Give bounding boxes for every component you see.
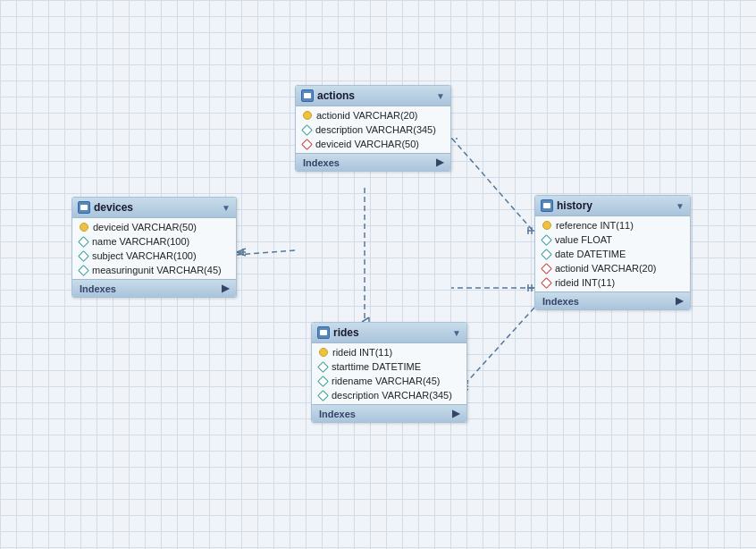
devices-fields: deviceid VARCHAR(50) name VARCHAR(100) s… bbox=[72, 218, 236, 279]
field-row: starttime DATETIME bbox=[312, 359, 466, 374]
diamond-teal-icon bbox=[541, 234, 552, 246]
svg-line-8 bbox=[237, 252, 246, 256]
history-fields: reference INT(11) value FLOAT date DATET… bbox=[535, 216, 690, 291]
devices-footer[interactable]: Indexes ▶ bbox=[72, 279, 236, 297]
rides-table: rides ▼ rideid INT(11) starttime DATETIM… bbox=[311, 322, 467, 423]
history-table: history ▼ reference INT(11) value FLOAT … bbox=[534, 195, 691, 310]
field-row: deviceid VARCHAR(50) bbox=[72, 220, 236, 234]
field-row: date DATETIME bbox=[535, 247, 690, 261]
devices-table: devices ▼ deviceid VARCHAR(50) name VARC… bbox=[71, 197, 237, 298]
history-title: history bbox=[557, 199, 592, 212]
field-row: actionid VARCHAR(20) bbox=[535, 261, 690, 275]
field-row: description VARCHAR(345) bbox=[312, 388, 466, 402]
actions-header[interactable]: actions ▼ bbox=[296, 86, 450, 106]
actions-footer[interactable]: Indexes ▶ bbox=[296, 153, 450, 171]
field-text: rideid INT(11) bbox=[555, 277, 615, 288]
diamond-teal-icon bbox=[301, 124, 313, 136]
actions-table-icon bbox=[301, 89, 314, 102]
field-row: rideid INT(11) bbox=[312, 345, 466, 359]
indexes-chevron: ▶ bbox=[436, 156, 443, 168]
indexes-label: Indexes bbox=[319, 409, 356, 419]
field-row: deviceid VARCHAR(50) bbox=[296, 137, 450, 151]
field-row: reference INT(11) bbox=[535, 218, 690, 232]
field-text: deviceid VARCHAR(50) bbox=[93, 222, 197, 232]
diamond-red-icon bbox=[301, 139, 313, 150]
indexes-chevron: ▶ bbox=[222, 283, 229, 294]
field-row: ridename VARCHAR(45) bbox=[312, 374, 466, 388]
diamond-teal-icon bbox=[317, 376, 329, 387]
diamond-teal-icon bbox=[541, 249, 552, 260]
field-row: subject VARCHAR(100) bbox=[72, 249, 236, 263]
indexes-label: Indexes bbox=[303, 157, 340, 168]
field-text: value FLOAT bbox=[555, 234, 612, 245]
diamond-teal-icon bbox=[317, 390, 329, 401]
devices-table-icon bbox=[78, 201, 90, 214]
field-text: measuringunit VARCHAR(45) bbox=[92, 265, 222, 275]
indexes-label: Indexes bbox=[542, 296, 579, 307]
field-text: ridename VARCHAR(45) bbox=[332, 376, 440, 386]
indexes-chevron: ▶ bbox=[676, 295, 683, 307]
svg-line-2 bbox=[237, 250, 295, 255]
key-icon bbox=[303, 111, 312, 120]
rides-title: rides bbox=[333, 326, 359, 339]
field-text: name VARCHAR(100) bbox=[92, 236, 189, 247]
field-row: measuringunit VARCHAR(45) bbox=[72, 263, 236, 277]
field-text: actionid VARCHAR(20) bbox=[555, 263, 657, 274]
history-table-icon bbox=[541, 199, 553, 212]
actions-chevron[interactable]: ▼ bbox=[436, 91, 445, 101]
svg-line-0 bbox=[452, 139, 534, 232]
field-row: actionid VARCHAR(20) bbox=[296, 108, 450, 122]
field-text: starttime DATETIME bbox=[332, 361, 421, 372]
svg-line-7 bbox=[237, 249, 246, 252]
devices-chevron[interactable]: ▼ bbox=[222, 203, 231, 213]
diamond-teal-icon bbox=[78, 250, 89, 262]
svg-line-4 bbox=[465, 308, 534, 384]
actions-fields: actionid VARCHAR(20) description VARCHAR… bbox=[296, 106, 450, 153]
key-icon bbox=[319, 348, 328, 357]
devices-header[interactable]: devices ▼ bbox=[72, 198, 236, 218]
field-text: reference INT(11) bbox=[556, 220, 634, 231]
field-text: description VARCHAR(345) bbox=[315, 124, 436, 135]
field-text: description VARCHAR(345) bbox=[332, 390, 452, 401]
field-row: rideid INT(11) bbox=[535, 275, 690, 290]
key-icon bbox=[542, 221, 551, 230]
diamond-teal-icon bbox=[317, 361, 329, 373]
field-text: actionid VARCHAR(20) bbox=[316, 110, 418, 121]
field-text: deviceid VARCHAR(50) bbox=[315, 139, 419, 149]
actions-table: actions ▼ actionid VARCHAR(20) descripti… bbox=[295, 85, 451, 172]
history-chevron[interactable]: ▼ bbox=[676, 201, 685, 211]
field-text: date DATETIME bbox=[555, 249, 626, 259]
history-footer[interactable]: Indexes ▶ bbox=[535, 291, 690, 309]
diamond-red-icon bbox=[541, 277, 552, 289]
rides-table-icon bbox=[317, 326, 330, 339]
diamond-teal-icon bbox=[78, 265, 89, 276]
devices-title: devices bbox=[94, 201, 133, 214]
field-text: subject VARCHAR(100) bbox=[92, 250, 197, 261]
indexes-label: Indexes bbox=[80, 283, 116, 294]
field-text: rideid INT(11) bbox=[332, 347, 392, 358]
rides-fields: rideid INT(11) starttime DATETIME ridena… bbox=[312, 343, 466, 404]
key-icon bbox=[80, 223, 88, 232]
rides-header[interactable]: rides ▼ bbox=[312, 323, 466, 343]
rides-footer[interactable]: Indexes ▶ bbox=[312, 404, 466, 422]
diamond-teal-icon bbox=[78, 236, 89, 248]
field-row: value FLOAT bbox=[535, 232, 690, 247]
rides-chevron[interactable]: ▼ bbox=[452, 328, 461, 338]
diamond-red-icon bbox=[541, 263, 552, 274]
field-row: description VARCHAR(345) bbox=[296, 122, 450, 137]
actions-title: actions bbox=[317, 89, 355, 102]
indexes-chevron: ▶ bbox=[452, 408, 459, 419]
history-header[interactable]: history ▼ bbox=[535, 196, 690, 216]
field-row: name VARCHAR(100) bbox=[72, 234, 236, 249]
